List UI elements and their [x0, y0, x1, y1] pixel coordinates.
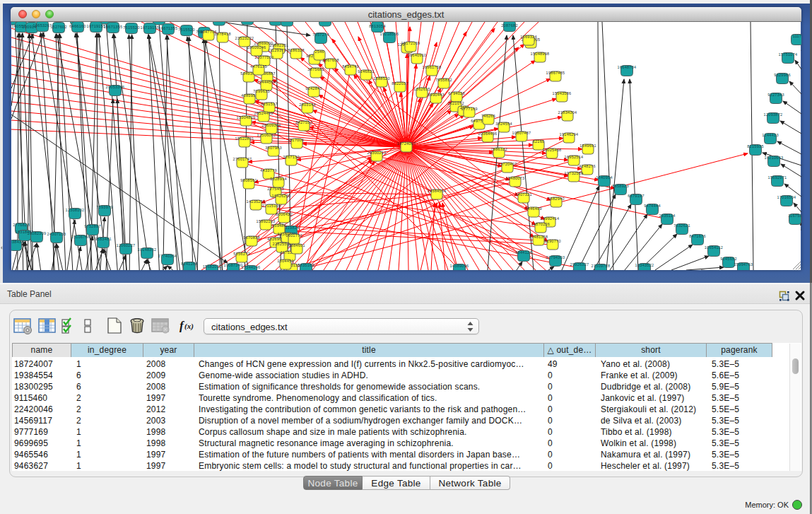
svg-text:8813054: 8813054 — [369, 24, 386, 28]
svg-text:1117: 1117 — [793, 34, 801, 38]
svg-text:4248276: 4248276 — [579, 164, 596, 168]
svg-text:6407321: 6407321 — [515, 192, 532, 197]
svg-text:16952514: 16952514 — [565, 155, 584, 159]
svg-text:1244413: 1244413 — [762, 133, 779, 137]
svg-text:16210643: 16210643 — [765, 156, 784, 160]
svg-text:4085957: 4085957 — [241, 93, 258, 98]
svg-text:7986322: 7986322 — [490, 147, 507, 151]
svg-text:24307133: 24307133 — [47, 232, 66, 236]
svg-text:8190770: 8190770 — [544, 239, 561, 243]
svg-text:6466160: 6466160 — [69, 24, 86, 28]
svg-text:19867485: 19867485 — [546, 71, 565, 75]
svg-text:16671355: 16671355 — [104, 25, 123, 29]
svg-text:16640910: 16640910 — [408, 53, 427, 57]
svg-text:9908561: 9908561 — [240, 178, 257, 182]
svg-text:21509728: 21509728 — [592, 264, 611, 268]
svg-text:19384554: 19384554 — [428, 189, 447, 193]
svg-text:11870226: 11870226 — [531, 222, 550, 226]
svg-text:23523222: 23523222 — [235, 36, 254, 40]
svg-text:12093872: 12093872 — [764, 112, 783, 117]
svg-text:12060227: 12060227 — [117, 243, 136, 247]
svg-text:18522831: 18522831 — [235, 136, 254, 141]
svg-text:8958923: 8958923 — [612, 184, 629, 188]
svg-text:62160: 62160 — [533, 139, 545, 144]
svg-text:27740364: 27740364 — [158, 254, 177, 258]
svg-text:7632621: 7632621 — [673, 223, 690, 228]
svg-text:8454749: 8454749 — [342, 64, 359, 69]
svg-text:10025438: 10025438 — [543, 148, 562, 152]
svg-text:17016504: 17016504 — [777, 195, 796, 199]
svg-text:3978418: 3978418 — [214, 32, 231, 36]
svg-text:7515520: 7515520 — [123, 25, 140, 30]
svg-text:26609364: 26609364 — [262, 123, 281, 127]
svg-text:27601747: 27601747 — [233, 157, 252, 161]
svg-text:6679197: 6679197 — [628, 194, 645, 198]
svg-text:9242845: 9242845 — [305, 86, 322, 90]
svg-text:15682011: 15682011 — [203, 264, 221, 269]
svg-text:12506062: 12506062 — [257, 133, 276, 137]
svg-text:10653267: 10653267 — [33, 23, 52, 28]
svg-text:8006422: 8006422 — [276, 212, 293, 216]
svg-text:3267130: 3267130 — [283, 155, 300, 159]
svg-text:10807487: 10807487 — [512, 131, 531, 135]
svg-text:25992414: 25992414 — [541, 216, 560, 221]
svg-text:817006: 817006 — [290, 138, 304, 142]
svg-text:9583481: 9583481 — [95, 237, 112, 241]
svg-text:6794028: 6794028 — [448, 91, 465, 95]
svg-text:8990443: 8990443 — [428, 93, 445, 97]
svg-text:18609146: 18609146 — [247, 45, 266, 49]
svg-text:1504451: 1504451 — [277, 259, 294, 263]
svg-text:1601771: 1601771 — [286, 233, 302, 238]
svg-text:959486: 959486 — [272, 223, 286, 228]
svg-text:15480073: 15480073 — [506, 176, 525, 180]
svg-text:9329966: 9329966 — [774, 73, 791, 77]
svg-text:8251517: 8251517 — [261, 102, 278, 106]
svg-text:2776828: 2776828 — [13, 223, 30, 227]
svg-text:16648784: 16648784 — [618, 65, 637, 69]
svg-text:9245652: 9245652 — [720, 257, 737, 261]
svg-text:16961758: 16961758 — [423, 65, 442, 69]
svg-text:11129379: 11129379 — [268, 48, 286, 52]
svg-text:10654112: 10654112 — [705, 245, 723, 250]
svg-text:29053346: 29053346 — [106, 85, 125, 89]
svg-text:15048998: 15048998 — [531, 52, 550, 56]
svg-text:1588520: 1588520 — [373, 76, 390, 81]
svg-text:9227343: 9227343 — [767, 93, 784, 97]
svg-text:7515520: 7515520 — [178, 28, 195, 32]
svg-text:1640954: 1640954 — [596, 175, 613, 180]
svg-text:8322037: 8322037 — [392, 81, 408, 86]
svg-text:19146294: 19146294 — [560, 132, 579, 136]
svg-text:4476135: 4476135 — [250, 64, 267, 69]
svg-text:9670838: 9670838 — [243, 235, 260, 240]
svg-text:29926327: 29926327 — [570, 262, 589, 267]
svg-text:1527602: 1527602 — [50, 25, 67, 29]
svg-text:8835169: 8835169 — [298, 263, 314, 267]
svg-text:3875685: 3875685 — [307, 67, 324, 71]
svg-text:29882351: 29882351 — [270, 43, 289, 47]
svg-text:1569324: 1569324 — [520, 35, 537, 39]
svg-text:28524499: 28524499 — [254, 111, 273, 115]
svg-text:15751074: 15751074 — [779, 52, 798, 57]
svg-text:9446409: 9446409 — [525, 206, 542, 211]
svg-text:15172169: 15172169 — [401, 41, 420, 45]
svg-text:8241284: 8241284 — [181, 262, 198, 266]
svg-text:10148352: 10148352 — [138, 247, 157, 252]
svg-text:17344146: 17344146 — [242, 265, 261, 269]
svg-text:3824554: 3824554 — [495, 122, 512, 126]
svg-text:8186328: 8186328 — [288, 48, 305, 52]
svg-text:5582940: 5582940 — [548, 197, 565, 201]
svg-text:15106768: 15106768 — [71, 235, 90, 239]
svg-text:7593979: 7593979 — [96, 205, 113, 209]
svg-text:8471676: 8471676 — [689, 234, 706, 238]
svg-text:5328914: 5328914 — [270, 177, 287, 181]
svg-text:25994763: 25994763 — [734, 262, 753, 267]
svg-text:15304829: 15304829 — [237, 115, 256, 119]
svg-text:6844126: 6844126 — [515, 250, 532, 255]
svg-text:25300213: 25300213 — [367, 151, 387, 155]
svg-text:(x): (x) — [184, 322, 194, 331]
svg-text:19732589: 19732589 — [565, 171, 584, 175]
svg-text:9047706: 9047706 — [200, 30, 217, 34]
svg-text:2803144: 2803144 — [299, 103, 316, 107]
svg-text:15692971: 15692971 — [768, 175, 787, 180]
svg-text:20364436: 20364436 — [478, 132, 498, 136]
